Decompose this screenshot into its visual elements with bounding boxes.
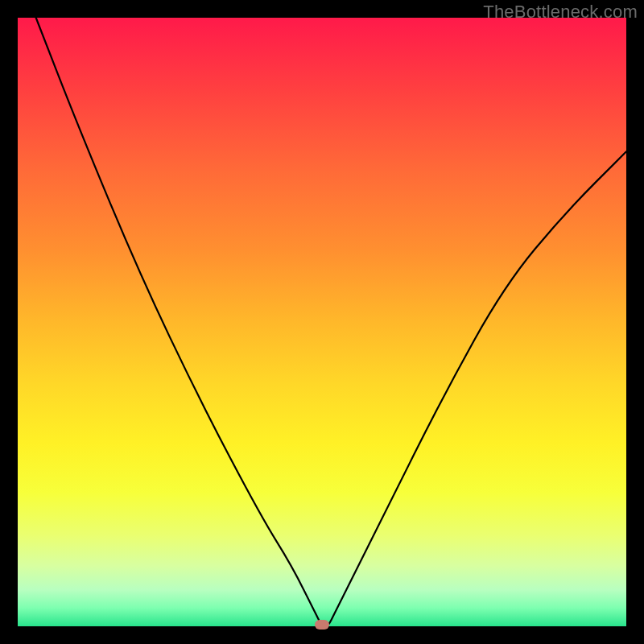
bottleneck-curve (18, 18, 626, 626)
optimum-marker (315, 620, 329, 630)
plot-area (18, 18, 626, 626)
chart-frame: TheBottleneck.com (0, 0, 644, 644)
watermark-text: TheBottleneck.com (483, 2, 638, 23)
